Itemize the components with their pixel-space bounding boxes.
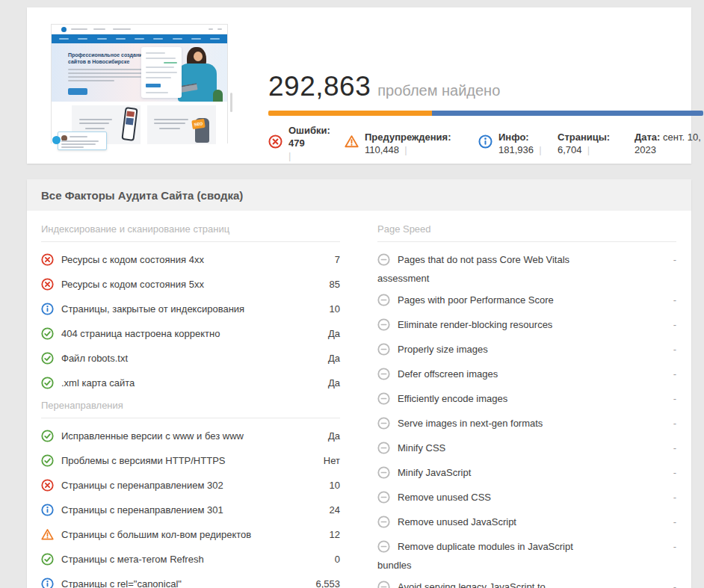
row-value: Да	[321, 350, 340, 366]
row-label: Serve images in next-gen formats	[377, 415, 581, 434]
audit-row[interactable]: Remove unused JavaScript-	[377, 514, 676, 533]
thumb-seo-badge: SEO	[191, 119, 206, 129]
audit-row[interactable]: Файл robots.txtДа	[41, 350, 340, 369]
row-label: Remove duplicate modules in JavaScript b…	[377, 539, 581, 573]
stat-value: 181,936 |	[498, 143, 542, 156]
audit-row[interactable]: Страницы с перенаправлением 30210	[41, 477, 340, 496]
row-label-text: 404 страница настроена корректно	[61, 328, 220, 339]
warning-icon	[345, 134, 359, 152]
audit-row[interactable]: .xml карта сайтаДа	[41, 375, 340, 394]
section-title: Перенаправления	[41, 400, 340, 418]
overview-summary: 292,863проблем найдено Ошибки: 479|Преду…	[228, 24, 703, 164]
row-label-text: Страницы, закрытые от индексирования	[61, 303, 244, 315]
audit-row[interactable]: Ресурсы с кодом состояния 5xx85	[41, 276, 340, 295]
row-label-text: Avoid serving legacy JavaScript to moder…	[377, 581, 546, 588]
audit-row[interactable]: Avoid serving legacy JavaScript to moder…	[377, 579, 676, 588]
row-label: Страницы с перенаправлением 301	[41, 502, 265, 521]
neutral-icon	[377, 294, 390, 311]
row-label: Minify CSS	[377, 440, 581, 459]
row-label-text: Страницы с перенаправлением 301	[61, 504, 223, 516]
row-value: 7	[327, 252, 340, 267]
audit-column-right: Page SpeedPages that do not pass Core We…	[377, 223, 676, 588]
issues-distribution-bar	[268, 111, 703, 116]
row-label: .xml карта сайта	[41, 375, 265, 394]
thumb-site-topbar	[52, 25, 227, 34]
audit-row[interactable]: Efficiently encode images-	[377, 391, 676, 409]
neutral-icon	[377, 491, 390, 508]
row-label-text: Pages that do not pass Core Web Vitals a…	[377, 254, 569, 284]
bar-warnings-segment	[268, 111, 432, 116]
stat-text: Страницы:6,704 |	[558, 131, 610, 156]
row-label: Страницы с мета-тегом Refresh	[41, 551, 265, 570]
audit-row[interactable]: Remove unused CSS-	[377, 489, 676, 508]
thumb-hero-button	[68, 88, 87, 95]
row-value: -	[666, 514, 676, 530]
audit-row[interactable]: Страницы, закрытые от индексирования10	[41, 301, 340, 320]
audit-factors-card: Все Факторы Аудита Сайта (сводка) Индекс…	[27, 179, 691, 588]
stat-error: Ошибки: 479|	[268, 124, 345, 162]
row-label-text: Efficiently encode images	[398, 393, 507, 404]
thumb-phone-mockup	[121, 107, 138, 141]
info-icon	[41, 578, 54, 588]
neutral-icon	[377, 343, 390, 360]
audit-row[interactable]: Eliminate render-blocking resources-	[377, 317, 676, 335]
audit-row[interactable]: 404 страница настроена корректноДа	[41, 326, 340, 344]
stat-label: Инфо:	[498, 131, 542, 143]
row-label-text: Ресурсы с кодом состояния 4xx	[61, 254, 204, 265]
audit-row[interactable]: Minify JavaScript-	[377, 465, 676, 483]
issues-headline: 292,863проблем найдено	[268, 71, 703, 102]
audit-row[interactable]: Serve images in next-gen formats-	[377, 415, 676, 434]
row-value: -	[666, 366, 676, 382]
audit-row[interactable]: Ресурсы с кодом состояния 4xx7	[41, 252, 340, 270]
row-value: 6,553	[308, 576, 340, 588]
row-label-text: .xml карта сайта	[61, 377, 135, 389]
stat-label-value: Дата: сент. 10, 2023	[634, 131, 703, 156]
audit-row[interactable]: Pages that do not pass Core Web Vitals a…	[377, 252, 676, 286]
row-label-text: Страницы с rel="canonical"	[61, 578, 182, 588]
row-label-text: Minify CSS	[398, 442, 445, 454]
row-value: -	[666, 391, 676, 406]
neutral-icon	[377, 392, 390, 409]
neutral-icon	[377, 516, 390, 533]
stat-text: Ошибки: 479|	[288, 124, 345, 162]
thumb-form-card	[141, 47, 182, 98]
neutral-icon	[377, 253, 390, 270]
row-label: Ресурсы с кодом состояния 4xx	[41, 252, 265, 270]
audit-row[interactable]: Страницы с большим кол-вом редиректов12	[41, 527, 340, 545]
row-label: Defer offscreen images	[377, 366, 581, 385]
neutral-icon	[377, 581, 390, 588]
row-label-text: Remove unused CSS	[398, 492, 491, 503]
row-label-text: Файл robots.txt	[61, 353, 128, 364]
section-title: Page Speed	[377, 223, 676, 242]
neutral-icon	[377, 540, 390, 557]
row-label: Avoid serving legacy JavaScript to moder…	[377, 579, 581, 588]
audit-row[interactable]: Проблемы с версиями HTTP/HTTPSНет	[41, 453, 340, 471]
row-label: Minify JavaScript	[377, 465, 581, 483]
stat-warning: Предупреждения:110,448 |	[345, 124, 478, 162]
row-value: -	[666, 539, 676, 554]
audit-row[interactable]: Defer offscreen images-	[377, 366, 676, 385]
audit-row[interactable]: Pages with poor Performance Score-	[377, 292, 676, 311]
row-value: -	[666, 415, 676, 431]
neutral-icon	[377, 318, 390, 335]
row-label-text: Properly size images	[398, 344, 488, 355]
row-label: 404 страница настроена корректно	[41, 326, 265, 344]
row-label-text: Minify JavaScript	[398, 467, 471, 478]
audit-row[interactable]: Исправленные версии с www и без wwwДа	[41, 428, 340, 447]
row-label-text: Проблемы с версиями HTTP/HTTPS	[61, 455, 225, 466]
audit-row[interactable]: Страницы с перенаправлением 30124	[41, 502, 340, 521]
row-label-text: Страницы с перенаправлением 302	[61, 480, 223, 491]
stat-value: 6,704 |	[558, 143, 610, 156]
stat-label: Страницы:	[558, 131, 610, 143]
audit-row[interactable]: Remove duplicate modules in JavaScript b…	[377, 539, 676, 573]
row-label: Properly size images	[377, 341, 581, 360]
audit-row[interactable]: Страницы с rel="canonical"6,553	[41, 576, 340, 588]
row-value: Да	[321, 375, 340, 391]
bar-info-segment	[432, 111, 703, 116]
section-title: Индексирование и сканирование страниц	[41, 223, 340, 242]
row-label: Исправленные версии с www и без www	[41, 428, 265, 447]
audit-row[interactable]: Minify CSS-	[377, 440, 676, 459]
audit-row[interactable]: Properly size images-	[377, 341, 676, 360]
row-label: Страницы с большим кол-вом редиректов	[41, 527, 265, 545]
audit-row[interactable]: Страницы с мета-тегом Refresh0	[41, 551, 340, 570]
